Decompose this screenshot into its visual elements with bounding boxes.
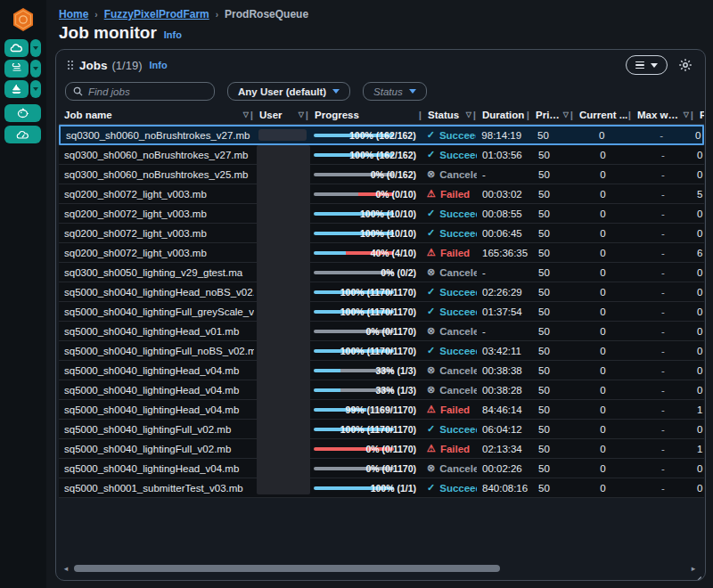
job-row[interactable]: sq0300_sh0060_noBrushtrokes_v27.mb100% (… (59, 125, 704, 145)
search-input[interactable]: Find jobs (65, 82, 215, 101)
column-filter-icon[interactable]: ▽ (466, 110, 471, 118)
job-row[interactable]: sq5000_sh0001_submitterTest_v03.mb100% (… (59, 478, 704, 498)
panel-info-link[interactable]: Info (149, 60, 167, 70)
job-row[interactable]: sq5000_sh0040_lightingHead_v04.mb33% (1/… (59, 361, 704, 380)
job-current-workers: 0 (574, 361, 632, 380)
job-progress: 0% (0/10) (309, 184, 422, 203)
breadcrumb-item: ProdRoseQueue (225, 8, 308, 20)
column-filter-icon[interactable]: ▽ (684, 110, 689, 118)
sidebar-item-budgets[interactable] (4, 104, 41, 122)
job-row[interactable]: sq0200_sh0072_light_v003.mb40% (4/10)⚠Fa… (59, 243, 704, 263)
column-label: User (254, 110, 299, 120)
job-row[interactable]: sq0200_sh0072_light_v003.mb100% (10/10)✓… (59, 204, 704, 224)
sidebar-item-farm[interactable] (4, 39, 41, 57)
column-label: Priority (530, 110, 563, 120)
table-preferences-menu-button[interactable] (626, 55, 668, 75)
column-header-status[interactable]: Status▽| (422, 105, 477, 124)
breadcrumb-item[interactable]: Home (59, 8, 88, 20)
job-priority: 50 (530, 420, 574, 438)
job-row[interactable]: sq5000_sh0040_lightingHead_v04.mb99% (11… (59, 400, 704, 420)
status-label: Failed (440, 404, 470, 415)
scroll-left-arrow-icon[interactable]: ◂ (61, 564, 70, 573)
status-label: Failed (440, 444, 470, 454)
job-row[interactable]: sq5000_sh0040_lightingHead_v01.mb0% (0/1… (59, 322, 704, 341)
job-max-workers: - (632, 361, 694, 380)
job-current-workers: 0 (574, 380, 632, 399)
status-label: Succeeded (439, 424, 477, 435)
sidebar-item-usage-explorer[interactable] (4, 126, 41, 143)
column-header-current[interactable]: Current ...| (574, 105, 632, 124)
sidebar-item-fleets[interactable] (4, 80, 41, 98)
job-row[interactable]: sq5000_sh0040_lightingFull_v02.mb0% (0/1… (59, 439, 704, 459)
column-resize-divider[interactable]: | (306, 110, 308, 120)
page-info-link[interactable]: Info (164, 29, 182, 40)
column-resize-divider[interactable]: | (570, 110, 573, 120)
job-name: sq0300_sh0060_noBrushtrokes_v25.mb (59, 165, 254, 184)
job-duration: 00:03:02 (477, 184, 530, 203)
job-row[interactable]: sq0300_sh0060_noBrushtrokes_v25.mb0% (0/… (59, 165, 704, 184)
job-failed-count: 0 (693, 127, 702, 143)
horizontal-scrollbar[interactable]: ◂ ▸ (61, 564, 698, 573)
job-current-workers: 0 (574, 282, 632, 301)
job-max-workers: - (632, 439, 694, 458)
scrollbar-thumb[interactable] (74, 565, 500, 572)
job-duration: 00:02:26 (477, 459, 530, 478)
job-row[interactable]: sq0300_sh0050_lighting_v29_gtest.ma0% (0… (59, 263, 704, 282)
column-resize-divider[interactable]: | (473, 110, 476, 120)
job-row[interactable]: sq0200_sh0072_light_v003.mb0% (0/10)⚠Fai… (59, 184, 704, 204)
job-max-workers: - (632, 165, 694, 184)
column-header-duration[interactable]: Duration| (477, 105, 530, 124)
column-filter-icon[interactable]: ▽ (563, 110, 569, 118)
column-filter-icon[interactable]: ▽ (299, 110, 304, 118)
chevron-down-icon[interactable] (30, 80, 41, 98)
user-filter-dropdown[interactable]: Any User (default) (227, 82, 350, 101)
job-row[interactable]: sq5000_sh0040_lightingHead_v04.mb0% (0/1… (59, 459, 704, 478)
page-title: Job monitor (59, 23, 157, 43)
job-row[interactable]: sq5000_sh0040_lightingFull_noBS_v02.mb10… (59, 341, 704, 361)
column-filter-icon[interactable]: ▽ (243, 110, 249, 118)
scrollbar-track[interactable] (70, 565, 689, 572)
chevron-down-icon[interactable] (30, 39, 41, 57)
column-header-max[interactable]: Max wor...▽| (632, 105, 694, 124)
breadcrumb: Home›FuzzyPixelProdFarm›ProdRoseQueue (59, 8, 308, 20)
column-resize-divider[interactable]: | (691, 110, 693, 120)
column-resize-divider[interactable]: | (628, 110, 631, 120)
status-canceled-icon: ⊗ (427, 462, 435, 474)
status-succeeded-icon: ✓ (427, 482, 435, 494)
job-duration: 165:36:35 (477, 243, 530, 262)
job-row[interactable]: sq0300_sh0060_noBrushtrokes_v27.mb100% (… (59, 145, 704, 165)
sidebar-item-queues[interactable] (4, 60, 41, 78)
column-header-progress[interactable]: Progress| (309, 105, 422, 124)
job-current-workers: 0 (574, 224, 632, 242)
fleets-icon (4, 80, 29, 98)
job-row[interactable]: sq5000_sh0040_lightingHead_noBS_v02.mb10… (59, 282, 704, 302)
panel-resize-grip-icon[interactable] (693, 569, 702, 578)
column-header-user[interactable]: User▽| (254, 105, 309, 124)
job-status: ✓Succeeded (422, 341, 477, 360)
job-failed-count: 0 (694, 204, 704, 223)
status-label: Succeeded (439, 287, 477, 298)
status-succeeded-icon: ✓ (427, 227, 435, 239)
job-row[interactable]: sq0200_sh0072_light_v003.mb100% (10/10)✓… (59, 224, 704, 243)
settings-gear-icon[interactable] (678, 58, 693, 72)
drag-handle-icon[interactable] (67, 60, 73, 70)
column-resize-divider[interactable]: | (250, 110, 253, 120)
status-filter-dropdown[interactable]: Status (363, 82, 427, 101)
column-resize-divider[interactable]: | (527, 110, 529, 120)
job-priority: 50 (530, 322, 574, 340)
column-label: Current ... (574, 110, 628, 120)
search-icon (73, 86, 83, 96)
job-status: ✓Succeeded (422, 478, 477, 497)
chevron-down-icon[interactable] (30, 60, 41, 78)
job-row[interactable]: sq5000_sh0040_lightingFull_v02.mb100% (1… (59, 420, 704, 439)
column-header-priority[interactable]: Priority▽| (530, 105, 574, 124)
column-header-name[interactable]: Job name▽| (59, 105, 254, 124)
breadcrumb-item[interactable]: FuzzyPixelProdFarm (104, 8, 209, 20)
job-name: sq0200_sh0072_light_v003.mb (59, 204, 254, 223)
job-row[interactable]: sq5000_sh0040_lightingFull_greyScale_v02… (59, 302, 704, 322)
column-header-f[interactable]: F (694, 105, 704, 124)
job-row[interactable]: sq5000_sh0040_lightingHead_v04.mb33% (1/… (59, 380, 704, 400)
job-progress: 0% (0/2) (309, 263, 422, 282)
column-resize-divider[interactable]: | (419, 110, 422, 120)
job-duration: 00:06:45 (477, 224, 530, 242)
